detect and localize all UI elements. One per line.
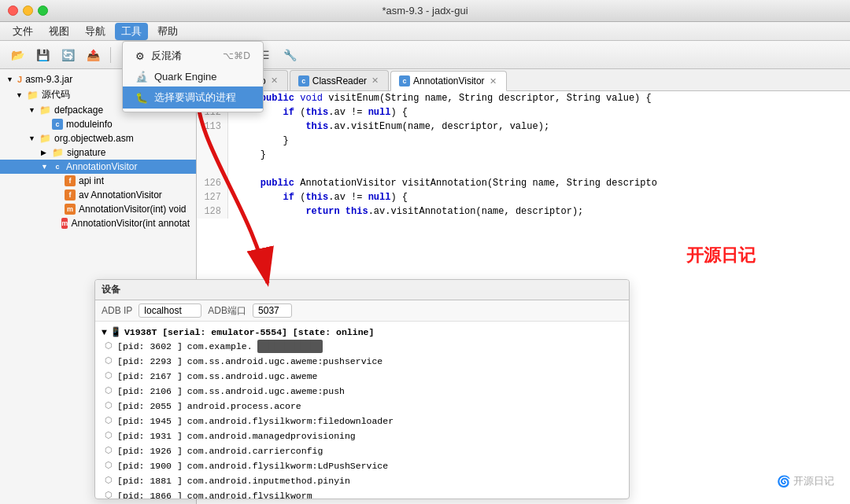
folder-icon: 📁 — [39, 105, 51, 116]
menu-view[interactable]: 视图 — [42, 23, 76, 40]
class-icon: c — [52, 161, 63, 172]
menu-bar: 文件 视图 导航 工具 帮助 — [0, 22, 850, 41]
bottom-panel: 设备 ADB IP ADB端口 ▼ 📱 V1938T [serial: emul… — [94, 279, 630, 499]
adb-ip-input[interactable] — [139, 304, 201, 318]
package-name: com.android.carrierconfig — [187, 444, 323, 458]
package-name: com.android.flysilkworm:filedownloader — [187, 414, 394, 428]
minimize-button[interactable] — [23, 6, 33, 16]
process-row-0[interactable]: ⬡ [pid: 3602 ] com.example. ████████████ — [95, 339, 629, 354]
process-row-1[interactable]: ⬡ [pid: 2293 ] com.ss.android.ugc.aweme:… — [95, 354, 629, 369]
line-content: return this.av.visitAnnotation(name, des… — [228, 204, 583, 219]
devices-title: 设备 — [102, 284, 120, 295]
device-list: ▼ 📱 V1938T [serial: emulator-5554] [stat… — [95, 322, 629, 498]
pid-label: [pid: 2106 ] — [117, 384, 183, 398]
tab-close-classreader[interactable]: ✕ — [370, 75, 380, 86]
class-icon: c — [52, 119, 63, 130]
tree-moduleinfo[interactable]: c moduleinfo — [0, 117, 196, 131]
chevron-icon: ▼ — [6, 75, 14, 83]
device-name: V1938T [serial: emulator-5554] [state: o… — [124, 327, 374, 337]
annotation-visitor-label: AnnotationVisitor — [66, 161, 138, 172]
menu-help[interactable]: 帮助 — [151, 23, 184, 40]
device-header: ▼ 📱 V1938T [serial: emulator-5554] [stat… — [95, 325, 629, 339]
process-row-6[interactable]: ⬡ [pid: 1931 ] com.android.managedprovis… — [95, 429, 629, 443]
process-row-3[interactable]: ⬡ [pid: 2106 ] com.ss.android.ugc.aweme:… — [95, 384, 629, 399]
process-row-4[interactable]: ⬡ [pid: 2055 ] android.process.acore — [95, 399, 629, 414]
method-red-icon: m — [61, 218, 68, 229]
tree-objectweb[interactable]: ▼ 📁 org.objectweb.asm — [0, 131, 196, 145]
process-icon: ⬡ — [105, 355, 113, 368]
tab-annotationvisitor[interactable]: c AnnotationVisitor ✕ — [390, 71, 507, 91]
tree-av-field[interactable]: f av AnnotationVisitor — [0, 188, 196, 202]
tree-constructor-1[interactable]: m AnnotationVisitor(int) void — [0, 202, 196, 216]
process-icon: ⬡ — [105, 370, 113, 383]
folder-icon: 📁 — [52, 147, 64, 158]
menu-tools[interactable]: 工具 — [115, 23, 148, 40]
process-icon: ⬡ — [105, 459, 113, 473]
tree-constructor-2[interactable]: m AnnotationVisitor(int annotat — [0, 216, 196, 230]
quark-engine-label: Quark Engine — [154, 71, 217, 83]
phone-icon: 📱 — [110, 326, 121, 337]
maximize-button[interactable] — [38, 6, 48, 16]
traffic-lights — [8, 6, 48, 16]
code-line-112: 112 if (this.av != null) { — [197, 105, 850, 120]
line-number: 128 — [197, 204, 228, 219]
adb-port-input[interactable] — [253, 304, 292, 318]
export-button[interactable]: 📤 — [82, 44, 104, 66]
process-row-10[interactable]: ⬡ [pid: 1866 ] com.android.flysilkworm — [95, 488, 629, 498]
wrench-button[interactable]: 🔧 — [279, 44, 301, 66]
line-number — [197, 162, 228, 176]
deobfuscate-item[interactable]: ⚙ 反混淆 ⌥⌘D — [123, 45, 263, 67]
menu-file[interactable]: 文件 — [6, 23, 39, 40]
tab-close-moduleinfo[interactable]: ✕ — [269, 75, 279, 86]
constructor2-label: AnnotationVisitor(int annotat — [71, 218, 190, 229]
process-icon: ⬡ — [105, 414, 113, 428]
chevron-icon: ▼ — [16, 91, 24, 99]
jar-label: asm-9.3.jar — [25, 74, 72, 85]
close-button[interactable] — [8, 6, 18, 16]
pid-label: [pid: 1945 ] — [117, 414, 183, 428]
tree-signature[interactable]: ▶ 📁 signature — [0, 145, 196, 160]
refresh-button[interactable]: 🔄 — [57, 44, 79, 66]
window-title: *asm-9.3 - jadx-gui — [382, 5, 468, 17]
tab-classreader-label: ClassReader — [312, 75, 367, 86]
method-icon: m — [65, 204, 76, 215]
save-button[interactable]: 💾 — [31, 44, 54, 66]
constructor1-label: AnnotationVisitor(int) void — [79, 204, 187, 215]
pid-label: [pid: 2293 ] — [117, 355, 183, 368]
pid-label: [pid: 1881 ] — [117, 474, 183, 487]
code-line-126: 126 public AnnotationVisitor visitAnnota… — [197, 176, 850, 190]
folder-icon: 📁 — [27, 90, 39, 101]
tree-annotation-visitor[interactable]: ▼ c AnnotationVisitor — [0, 160, 196, 174]
pid-label: [pid: 2167 ] — [117, 370, 183, 383]
line-content: public AnnotationVisitor visitAnnotation… — [228, 176, 657, 190]
class-icon: c — [399, 75, 410, 86]
package-name: android.process.acore — [187, 399, 301, 413]
process-row-5[interactable]: ⬡ [pid: 1945 ] com.android.flysilkworm:f… — [95, 414, 629, 429]
process-row-8[interactable]: ⬡ [pid: 1900 ] com.android.flysilkworm:L… — [95, 458, 629, 473]
folder-icon: 📁 — [39, 133, 51, 144]
process-row-9[interactable]: ⬡ [pid: 1881 ] com.android.inputmethod.p… — [95, 473, 629, 488]
menu-nav[interactable]: 导航 — [79, 23, 112, 40]
jar-icon: J — [17, 75, 22, 84]
open-button[interactable]: 📂 — [6, 44, 28, 66]
tree-api-field[interactable]: f api int — [0, 174, 196, 188]
process-row-2[interactable]: ⬡ [pid: 2167 ] com.ss.android.ugc.aweme — [95, 369, 629, 384]
quark-engine-item[interactable]: 🔬 Quark Engine — [123, 67, 263, 86]
package-name: com.ss.android.ugc.aweme:push — [187, 384, 345, 398]
line-number: 127 — [197, 190, 228, 204]
line-number: 126 — [197, 176, 228, 190]
separator-1 — [110, 47, 111, 63]
select-process-item[interactable]: 🐛 选择要调试的进程 — [123, 86, 263, 109]
debug-process-icon: 🐛 — [135, 92, 148, 104]
tab-close-annotationvisitor[interactable]: ✕ — [488, 76, 498, 86]
package-name: com.android.managedprovisioning — [187, 429, 356, 443]
adb-port-label: ADB端口 — [208, 304, 246, 318]
process-icon: ⬡ — [105, 429, 113, 443]
deobfuscate-shortcut: ⌥⌘D — [223, 50, 250, 61]
package-name: com.android.inputmethod.pinyin — [187, 474, 350, 487]
process-row-7[interactable]: ⬡ [pid: 1926 ] com.android.carrierconfig — [95, 443, 629, 458]
code-line-113: 113 this.av.visitEnum(name, descriptor, … — [197, 120, 850, 134]
tab-classreader[interactable]: c ClassReader ✕ — [290, 70, 389, 90]
package-name: com.android.flysilkworm — [187, 489, 312, 498]
code-line-115: } — [197, 148, 850, 162]
